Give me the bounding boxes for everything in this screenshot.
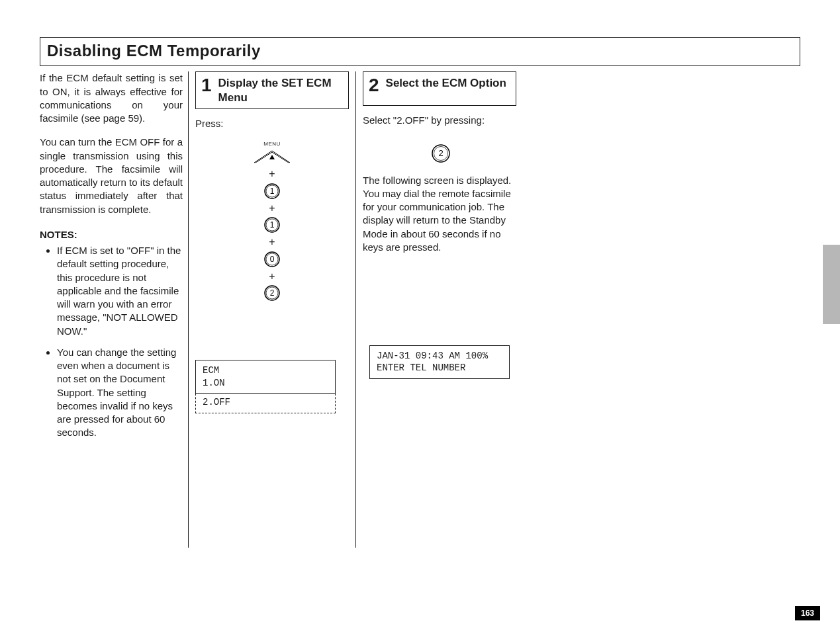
- svg-text:0: 0: [270, 255, 275, 264]
- intro-paragraph-1: If the ECM default setting is set to ON,…: [40, 71, 183, 125]
- section-title: Disabling ECM Temporarily: [47, 40, 793, 62]
- plus-icon: +: [269, 269, 275, 284]
- notes-list: If ECM is set to "OFF" in the default se…: [40, 244, 183, 440]
- menu-button-label: MENU: [263, 141, 281, 147]
- step-2-column: 2 Select the ECM Option Select "2.OFF" b…: [355, 71, 523, 548]
- svg-marker-0: [269, 155, 275, 159]
- step-2-lcd: JAN-31 09:43 AM 100% ENTER TEL NUMBER: [369, 345, 510, 378]
- svg-text:2: 2: [438, 148, 443, 158]
- step-1-number: 1: [201, 76, 212, 95]
- step-1-lcd-extra: 2.OFF: [195, 394, 336, 413]
- step-2-title: Select the ECM Option: [386, 76, 506, 90]
- plus-icon: +: [269, 167, 275, 181]
- step-1-press-label: Press:: [195, 117, 349, 130]
- step-1-header: 1 Display the SET ECM Menu: [195, 71, 349, 109]
- step-2-header: 2 Select the ECM Option: [363, 71, 516, 106]
- notes-item-1: If ECM is set to "OFF" in the default se…: [57, 244, 183, 338]
- step-1-lcd: ECM 1.ON: [195, 360, 336, 393]
- plus-icon: +: [269, 201, 275, 216]
- key-2-select-icon: 2: [431, 144, 448, 161]
- side-grey-tab: [823, 245, 840, 324]
- step-2-result-text: The following screen is displayed. You m…: [363, 174, 516, 255]
- key-1-icon: 1: [263, 183, 281, 200]
- step-2-key-row: 2: [363, 144, 516, 161]
- key-0-icon: 0: [263, 251, 281, 268]
- key-sequence: MENU + 1 + 1 + 0: [195, 141, 349, 302]
- menu-button-icon: MENU: [252, 141, 293, 165]
- plus-icon: +: [269, 235, 275, 249]
- intro-column: If the ECM default setting is set to ON,…: [40, 71, 188, 548]
- step-1-column: 1 Display the SET ECM Menu Press: MENU +…: [188, 71, 355, 548]
- svg-text:2: 2: [270, 288, 275, 298]
- key-1b-icon: 1: [263, 216, 281, 233]
- notes-item-2: You can change the setting even when a d…: [57, 346, 183, 440]
- step-2-select-label: Select "2.OFF" by pressing:: [363, 114, 516, 127]
- page-number-badge: 163: [795, 606, 820, 620]
- notes-heading: NOTES:: [40, 228, 183, 241]
- manual-page: Disabling ECM Temporarily If the ECM def…: [0, 0, 840, 631]
- step-2-number: 2: [369, 76, 379, 95]
- svg-text:1: 1: [270, 187, 275, 196]
- step-1-title: Display the SET ECM Menu: [218, 76, 343, 105]
- section-title-bar: Disabling ECM Temporarily: [40, 37, 800, 66]
- body-row: If the ECM default setting is set to ON,…: [40, 71, 800, 548]
- svg-text:1: 1: [270, 220, 275, 230]
- key-2-icon: 2: [263, 284, 281, 302]
- intro-paragraph-2: You can turn the ECM OFF for a single tr…: [40, 136, 183, 216]
